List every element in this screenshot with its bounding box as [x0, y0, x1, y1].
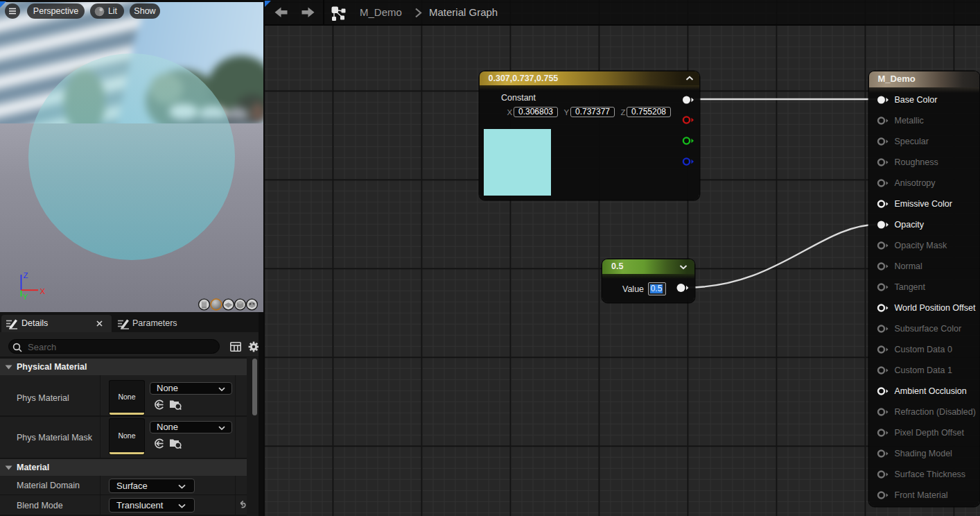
svg-text:Z: Z [24, 271, 28, 280]
svg-text:Y: Y [23, 293, 28, 301]
svg-text:X: X [40, 287, 46, 295]
